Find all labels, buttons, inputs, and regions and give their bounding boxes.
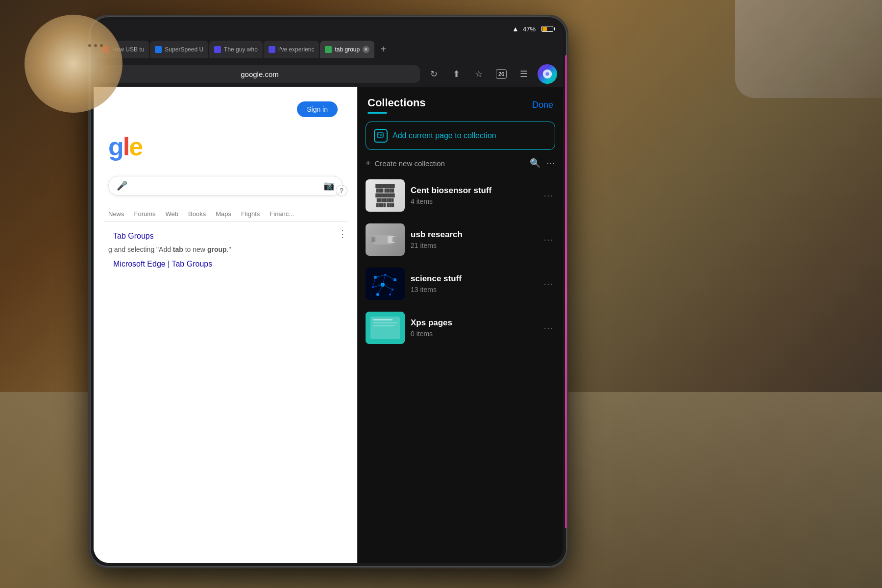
more-collections-button[interactable]: ⋯ [546,158,555,169]
xps-thumb-svg [366,312,405,344]
collection-list: ████████ ███ ████ ████████ ███████ ████ … [358,174,563,563]
tab-3[interactable]: The guy who [209,41,263,58]
tab-5-label: tab group [335,46,360,53]
plus-icon: + [366,158,371,169]
collection-count-science: 13 items [411,286,536,294]
logo-g: g [108,132,123,161]
collection-info-science: science stuff 13 items [411,274,536,294]
dot-3 [100,44,103,47]
tab-4-label: I've experienc [278,46,315,53]
tablet-screen: ▲ 47% How USB tu SuperSpeed U Th [94,20,563,563]
help-button[interactable]: ? [336,185,347,196]
done-button[interactable]: Done [532,100,553,110]
svg-point-1 [378,134,379,135]
dot-2 [94,44,97,47]
tab-4[interactable]: I've experienc [264,41,319,58]
google-page: Sign in gle 🎤 📷 News Fo [94,87,357,563]
more-options-button[interactable]: ⋮ [338,228,347,240]
copilot-button[interactable] [538,64,557,84]
nav-books[interactable]: Books [188,210,206,221]
logo-e1: e [129,132,142,161]
nav-news[interactable]: News [108,210,124,221]
logo-l1: l [123,132,129,161]
nav-finance[interactable]: Financ... [270,210,294,221]
tab-2[interactable]: SuperSpeed U [150,41,208,58]
battery-percent: 47% [523,25,536,33]
collection-name-xps: Xps pages [411,318,536,328]
reload-button[interactable]: ↻ [425,65,442,83]
xps-thumbnail [366,312,405,344]
copilot-icon [542,69,553,79]
result-2-link[interactable]: Microsoft Edge | Tab Groups [113,260,338,269]
google-header: Sign in [103,97,347,122]
webcam-dots [88,44,103,47]
collection-info-usb: usb research 21 items [411,230,536,249]
biosensor-thumbnail: ████████ ███ ████ ████████ ███████ ████ … [366,179,405,212]
address-bar[interactable]: google.com [99,65,420,83]
collection-name-usb: usb research [411,230,536,240]
result-2-title: Microsoft Edge | Tab Groups [113,260,212,268]
collections-title-underline [368,112,387,114]
webcam-lens [24,15,122,113]
collection-menu-biosensor[interactable]: ⋯ [541,188,555,203]
result-1-snippet: g and selecting "Add tab to new group." [108,245,343,255]
svg-rect-28 [373,322,397,323]
collection-menu-science[interactable]: ⋯ [541,276,555,292]
usb-thumb-svg [370,227,400,252]
search-collections-button[interactable]: 🔍 [530,158,540,169]
google-sign-in-button[interactable]: Sign in [297,101,338,117]
nav-forums[interactable]: Forums [134,210,156,221]
tab-3-label: The guy who [224,46,258,53]
tab-bar: How USB tu SuperSpeed U The guy who I've… [94,38,563,61]
nav-flights[interactable]: Flights [241,210,260,221]
create-new-collection-button[interactable]: + Create new collection [366,158,445,169]
collection-menu-usb[interactable]: ⋯ [541,232,555,247]
search-lens-icon: 📷 [323,180,334,191]
nav-maps[interactable]: Maps [216,210,231,221]
add-to-collection-button[interactable]: Add current page to collection [366,122,555,150]
search-result-2: Microsoft Edge | Tab Groups [108,260,343,269]
collection-info-xps: Xps pages 0 items [411,318,536,338]
collection-item-usb-research[interactable]: usb research 21 items ⋯ [362,219,559,261]
collection-thumb-science [366,268,405,300]
tablet-edge [565,55,568,528]
nav-web[interactable]: Web [166,210,179,221]
new-tab-button[interactable]: + [375,42,391,57]
collection-count-xps: 0 items [411,330,536,338]
tab-5-active[interactable]: tab group ✕ [320,41,374,58]
result-1-link[interactable]: Tab Groups [113,232,338,241]
add-to-collection-label: Add current page to collection [392,131,496,140]
result-1-title: Tab Groups [113,232,154,240]
svg-rect-8 [366,268,405,300]
browser-main-content: Sign in gle 🎤 📷 News Fo [94,87,357,563]
browser-chrome: How USB tu SuperSpeed U The guy who I've… [94,38,563,87]
address-text: google.com [241,70,279,78]
search-mic-icon: 🎤 [117,180,127,191]
collection-item-cent-biosensor[interactable]: ████████ ███ ████ ████████ ███████ ████ … [362,174,559,217]
google-search-bar[interactable]: 🎤 📷 [108,176,343,196]
tab-2-favicon [155,46,162,53]
collection-toolbar-icons: 🔍 ⋯ [530,158,555,169]
tab-2-label: SuperSpeed U [165,46,203,53]
collection-item-xps[interactable]: Xps pages 0 items ⋯ [362,307,559,349]
share-button[interactable]: ⬆ [447,65,465,83]
wifi-icon: ▲ [512,25,519,33]
svg-rect-7 [371,237,375,242]
google-nav-bar: News Forums Web Books Maps Flights Finan… [103,210,347,222]
search-result-1: Tab Groups g and selecting "Add tab to n… [108,232,343,255]
collection-thumb-biosensor: ████████ ███ ████ ████████ ███████ ████ … [366,179,405,212]
create-new-row: + Create new collection 🔍 ⋯ [358,154,563,172]
collection-name-science: science stuff [411,274,536,284]
glass-object [735,0,882,98]
collection-item-science[interactable]: science stuff 13 items ⋯ [362,263,559,305]
collection-count-usb: 21 items [411,242,536,249]
tab-5-close[interactable]: ✕ [363,46,369,53]
tab-4-favicon [269,46,275,53]
tabs-count-button[interactable]: 26 [492,65,510,83]
collection-icon-svg [377,132,385,140]
menu-button[interactable]: ☰ [515,65,533,83]
collection-menu-xps[interactable]: ⋯ [541,320,555,336]
status-bar: ▲ 47% [94,20,563,38]
bookmark-button[interactable]: ☆ [470,65,488,83]
create-new-label: Create new collection [375,159,445,168]
